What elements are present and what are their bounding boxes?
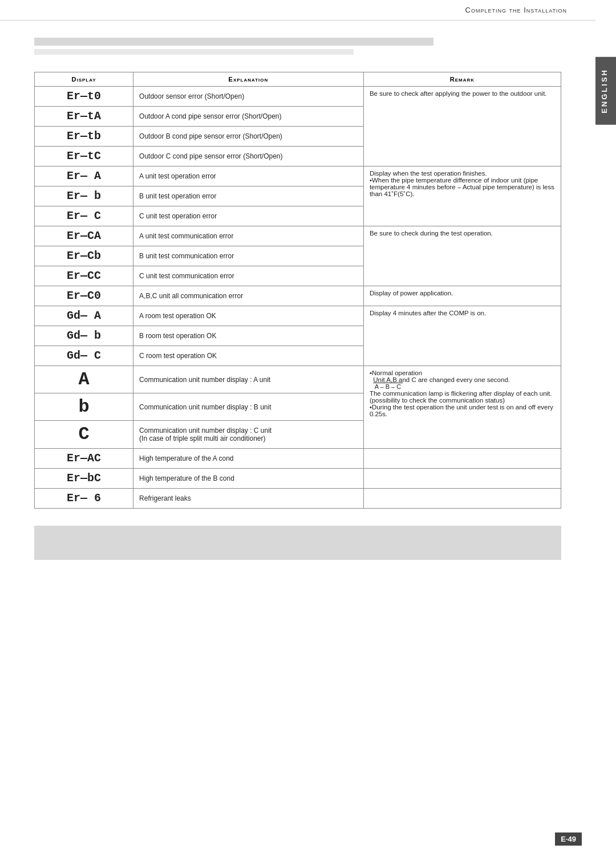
- table-row: Gd— AA room test operation OKDisplay 4 m…: [35, 306, 561, 326]
- display-cell: b: [35, 393, 133, 421]
- remark-cell: Display when the test operation finishes…: [363, 166, 561, 226]
- explanation-cell: Outdoor sensor error (Short/Open): [133, 87, 364, 107]
- display-cell: Gd— A: [35, 306, 133, 326]
- table-row: Er—CAA unit test communication errorBe s…: [35, 226, 561, 246]
- explanation-cell: B unit test communication error: [133, 246, 364, 266]
- explanation-cell: A room test operation OK: [133, 306, 364, 326]
- explanation-cell: Refrigerant leaks: [133, 488, 364, 508]
- table-row: Er— AA unit test operation errorDisplay …: [35, 166, 561, 186]
- table-row: Er—t0Outdoor sensor error (Short/Open)Be…: [35, 87, 561, 107]
- explanation-cell: B room test operation OK: [133, 326, 364, 346]
- display-cell: Er—CC: [35, 266, 133, 286]
- explanation-cell: C unit test communication error: [133, 266, 364, 286]
- explanation-cell: Outdoor A cond pipe sensor error (Short/…: [133, 107, 364, 127]
- display-cell: Er—AC: [35, 448, 133, 468]
- bottom-decoration: [34, 526, 561, 560]
- remark-cell: •Normal operation Unit A,B and C are cha…: [363, 366, 561, 449]
- explanation-cell: Outdoor B cond pipe sensor error (Short/…: [133, 127, 364, 147]
- display-cell: Er—Cb: [35, 246, 133, 266]
- display-cell: C: [35, 421, 133, 448]
- page-footer: E·49: [555, 834, 582, 844]
- explanation-cell: B unit test operation error: [133, 186, 364, 206]
- explanation-cell: A unit test communication error: [133, 226, 364, 246]
- table-row: Er—bCHigh temperature of the B cond: [35, 468, 561, 488]
- explanation-cell: Communication unit number display : A un…: [133, 366, 364, 393]
- display-cell: Er—t0: [35, 87, 133, 107]
- explanation-cell: Outdoor C cond pipe sensor error (Short/…: [133, 147, 364, 166]
- table-row: Er—ACHigh temperature of the A cond: [35, 448, 561, 468]
- remark-cell: Be sure to check during the test operati…: [363, 226, 561, 286]
- display-cell: Gd— b: [35, 326, 133, 346]
- display-cell: Er—CA: [35, 226, 133, 246]
- remark-cell: Be sure to check after applying the powe…: [363, 87, 561, 166]
- display-cell: Er—bC: [35, 468, 133, 488]
- display-cell: Er—tA: [35, 107, 133, 127]
- explanation-cell: A,B,C unit all communication error: [133, 286, 364, 306]
- display-cell: Er— b: [35, 186, 133, 206]
- page: ENGLISH Completing the Installation Disp…: [0, 0, 616, 861]
- main-content: Display Explanation Remark Er—t0Outdoor …: [34, 38, 561, 560]
- page-number: E·49: [555, 832, 582, 846]
- explanation-cell: Communication unit number display : B un…: [133, 393, 364, 421]
- top-decoration-bar-2: [34, 49, 354, 55]
- bottom-gray-block-1: [34, 526, 561, 560]
- col-header-display: Display: [35, 72, 133, 87]
- display-cell: A: [35, 366, 133, 393]
- remark-cell: Display 4 minutes after the COMP is on.: [363, 306, 561, 366]
- error-code-table: Display Explanation Remark Er—t0Outdoor …: [34, 72, 561, 509]
- remark-cell: [363, 488, 561, 508]
- display-cell: Er—tb: [35, 127, 133, 147]
- remark-cell: [363, 468, 561, 488]
- page-header: Completing the Installation: [0, 0, 595, 21]
- remark-cell: [363, 448, 561, 468]
- explanation-cell: High temperature of the A cond: [133, 448, 364, 468]
- display-cell: Er—C0: [35, 286, 133, 306]
- display-cell: Er— A: [35, 166, 133, 186]
- table-row: Er— 6Refrigerant leaks: [35, 488, 561, 508]
- table-row: ACommunication unit number display : A u…: [35, 366, 561, 393]
- display-cell: Er—tC: [35, 147, 133, 166]
- top-decoration-bar-1: [34, 38, 433, 46]
- table-row: Er—C0A,B,C unit all communication errorD…: [35, 286, 561, 306]
- explanation-cell: Communication unit number display : C un…: [133, 421, 364, 448]
- remark-cell: Display of power application.: [363, 286, 561, 306]
- explanation-cell: C room test operation OK: [133, 346, 364, 366]
- display-cell: Er— 6: [35, 488, 133, 508]
- display-cell: Gd— C: [35, 346, 133, 366]
- display-cell: Er— C: [35, 206, 133, 226]
- side-tab-english: ENGLISH: [595, 57, 616, 125]
- header-title: Completing the Installation: [465, 6, 567, 14]
- col-header-explanation: Explanation: [133, 72, 364, 87]
- explanation-cell: High temperature of the B cond: [133, 468, 364, 488]
- col-header-remark: Remark: [363, 72, 561, 87]
- explanation-cell: C unit test operation error: [133, 206, 364, 226]
- explanation-cell: A unit test operation error: [133, 166, 364, 186]
